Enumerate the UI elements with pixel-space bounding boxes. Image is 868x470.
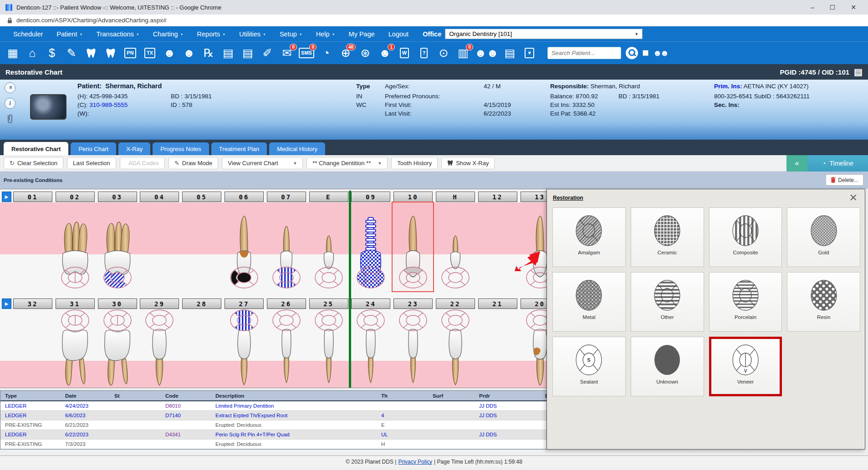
tooth-lower-25-header[interactable]: 25	[309, 298, 348, 309]
tooth-lower-22-header[interactable]: 22	[436, 298, 475, 309]
cell-code[interactable]: D4341	[161, 432, 211, 437]
play-upper-row-icon[interactable]: ▶	[2, 192, 11, 202]
time-clock-icon[interactable]: ◔	[318, 45, 334, 62]
column-header-date[interactable]: Date	[61, 393, 110, 399]
home-icon[interactable]: ⌂	[24, 45, 41, 62]
tooth-26[interactable]	[267, 328, 306, 388]
inbox-icon[interactable]: ▼	[521, 45, 538, 62]
treatment-plan-icon[interactable]: TX	[142, 45, 158, 62]
tooth-chart-icon[interactable]	[83, 45, 99, 62]
nav-item-utilities[interactable]: Utilities▼	[232, 30, 273, 38]
staff-icon[interactable]: ☻☻	[475, 45, 499, 62]
cell-date[interactable]: 6/6/2023	[61, 413, 110, 418]
draw-mode-button[interactable]: ✎Draw Mode	[168, 157, 218, 169]
address-bar[interactable]: denticon.com/ASPX/Charting/AdvancedChart…	[0, 15, 868, 26]
patients-pair-icon[interactable]: ☻☻	[653, 48, 668, 58]
view-current-chart-select[interactable]: View Current Chart▼	[222, 157, 303, 169]
office-print-icon[interactable]: ▤	[502, 45, 518, 62]
search-icon[interactable]	[626, 47, 638, 59]
cell-prdr[interactable]: JJ DDS	[475, 413, 541, 418]
tooth-lower-31-header[interactable]: 31	[56, 298, 95, 309]
column-header-th[interactable]: Th	[377, 393, 428, 399]
cell-th[interactable]: 4	[377, 413, 428, 418]
calendar-icon[interactable]: ▦	[5, 45, 21, 62]
tab-medical-history[interactable]: Medical History	[269, 142, 325, 155]
last-selection-button[interactable]: Last Selection	[67, 157, 116, 169]
tooth-lower-23-header[interactable]: 23	[393, 298, 433, 309]
tooth-upper-E-header[interactable]: E	[309, 192, 348, 202]
cell-type[interactable]: LEDGER	[0, 403, 61, 409]
nav-item-reports[interactable]: Reports▼	[190, 30, 233, 38]
tooth-upper-03-header[interactable]: 03	[98, 192, 137, 202]
tooth-lower-21-header[interactable]: 21	[478, 298, 517, 309]
nav-item-logout[interactable]: Logout	[382, 30, 415, 38]
search-input[interactable]	[547, 47, 621, 59]
add-patient-icon[interactable]: ☻	[161, 45, 178, 62]
play-lower-row-icon[interactable]: ▶	[2, 298, 11, 309]
patient-window-icon[interactable]: W	[396, 45, 413, 62]
nav-item-help[interactable]: Help▼	[309, 30, 342, 38]
tooth-upper-02-header[interactable]: 02	[56, 192, 95, 202]
collapse-panel-icon[interactable]: »	[5, 82, 15, 93]
nav-item-scheduler[interactable]: Scheduler	[6, 30, 50, 38]
restoration-option-unknown[interactable]: Unknown	[631, 337, 704, 396]
cell-date[interactable]: 4/24/2023	[61, 403, 110, 409]
cell-code[interactable]: D8010	[161, 403, 211, 409]
web-search-icon[interactable]: ⊙	[435, 45, 452, 62]
nav-item-patient[interactable]: Patient▼	[50, 30, 89, 38]
cell-desc[interactable]: Limited Primary Dentition	[211, 403, 377, 409]
progress-notes-icon[interactable]: PN	[122, 45, 138, 62]
patient-photo[interactable]	[30, 94, 66, 120]
tooth-lower-24-header[interactable]: 24	[351, 298, 390, 309]
prescriptions-icon[interactable]: ℞	[200, 45, 217, 62]
tab-restorative-chart[interactable]: Restorative Chart	[4, 142, 68, 155]
sms-icon[interactable]: SMS0	[298, 45, 315, 62]
cell-date[interactable]: 6/22/2023	[61, 432, 110, 437]
patient-cell-phone-link[interactable]: 310-989-5555	[89, 101, 128, 108]
cell-desc[interactable]: Perio Sclg Rt Pln 4+T/Per Quad	[211, 432, 377, 437]
show-xray-button[interactable]: Show X-Ray	[441, 157, 495, 169]
tooth-23[interactable]	[393, 328, 433, 388]
cell-th[interactable]: UL	[377, 432, 428, 437]
tooth-24-surface-circle[interactable]	[356, 308, 386, 332]
tooth-history-button[interactable]: Tooth History	[391, 157, 438, 169]
search-checkbox[interactable]	[643, 50, 648, 56]
nav-item-my-page[interactable]: My Page	[342, 30, 382, 38]
tab-treatment-plan[interactable]: Treatment Plan	[211, 142, 267, 155]
tooth-H-surface-circle[interactable]	[440, 266, 470, 289]
tooth-lower-29-header[interactable]: 29	[140, 298, 179, 309]
tooth-lower-32-header[interactable]: 32	[13, 298, 52, 309]
delete-button[interactable]: Delete...	[826, 174, 863, 186]
print-icon[interactable]: ▤	[854, 66, 863, 77]
restoration-option-porcelain[interactable]: Porcelain	[709, 272, 782, 332]
cell-type[interactable]: LEDGER	[0, 413, 61, 418]
info-icon[interactable]: i	[5, 98, 15, 109]
tab-perio-chart[interactable]: Perio Chart	[71, 142, 116, 155]
help-icon[interactable]: ?	[416, 45, 432, 62]
nav-item-transactions[interactable]: Transactions▼	[89, 30, 146, 38]
paperclip-icon[interactable]	[5, 113, 15, 125]
tooth-upper-09-header[interactable]: 09	[351, 192, 390, 202]
column-header-type[interactable]: Type	[0, 393, 61, 399]
cell-code[interactable]: D7140	[161, 413, 211, 418]
sign-documents-icon[interactable]: ✐	[259, 45, 276, 62]
clear-selection-button[interactable]: ↻Clear Selection	[4, 157, 63, 169]
restoration-option-veneer[interactable]: VVeneer	[709, 337, 782, 396]
tooth-23-surface-circle[interactable]	[398, 308, 428, 332]
fax-icon[interactable]: ▤	[220, 45, 236, 62]
restoration-option-metal[interactable]: Metal	[552, 272, 626, 332]
tooth-upper-13-header[interactable]: 13	[521, 192, 548, 202]
tooth-lower-20-header[interactable]: 20	[521, 298, 548, 309]
tooth-07-surface-circle[interactable]	[271, 266, 301, 289]
privacy-policy-link[interactable]: Privacy Policy	[398, 459, 432, 465]
tooth-20[interactable]	[521, 328, 548, 388]
tooth-29-surface-circle[interactable]	[144, 308, 174, 332]
tooth-31-surface-circle[interactable]	[60, 308, 90, 332]
tooth-upper-H-header[interactable]: H	[436, 192, 475, 202]
web-phone-icon[interactable]: ⊛	[357, 45, 373, 62]
tab-x-ray[interactable]: X-Ray	[118, 142, 150, 155]
tooth-upper-12-header[interactable]: 12	[478, 192, 517, 202]
tooth-22-surface-circle[interactable]	[440, 308, 470, 332]
messages-icon[interactable]: ✉0	[279, 45, 295, 62]
tooth-06-surface-circle[interactable]	[229, 266, 259, 289]
